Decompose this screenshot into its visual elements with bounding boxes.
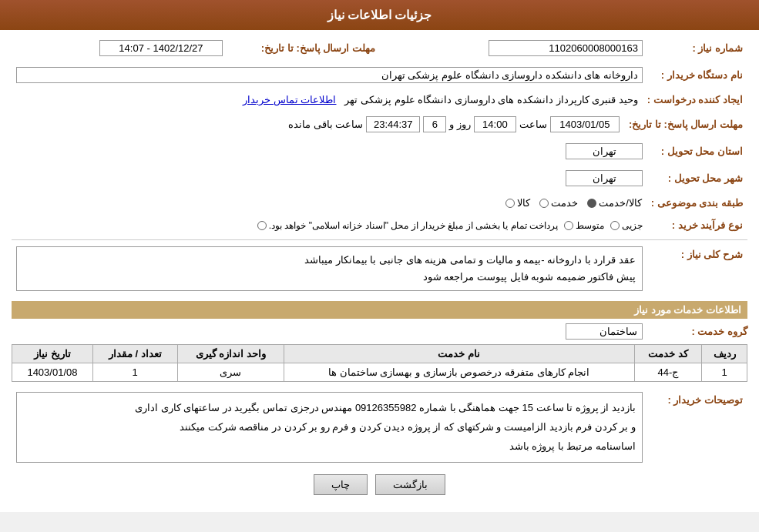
back-button[interactable]: بازگشت [375, 474, 445, 495]
esnad-radio[interactable] [257, 221, 267, 230]
category-row: طبقه بندی موضوعی : کالا/خدمت خدمت کالا [12, 195, 747, 211]
date-time-label: مهلت ارسال پاسخ: تا تاریخ: [261, 42, 375, 54]
answer-time: 14:00 [474, 116, 516, 132]
cell-name: انجام کارهای متفرقه درخصوص بازسازی و بهس… [284, 363, 634, 382]
separator-1 [12, 239, 747, 240]
jozi-radio[interactable] [610, 221, 620, 230]
cell-row-num: 1 [702, 363, 747, 382]
buyer-org-row: نام دستگاه خریدار : داروخانه های دانشکده… [12, 65, 747, 85]
time-label: ساعت [519, 119, 547, 130]
category-option-khedmat[interactable]: خدمت [539, 197, 578, 209]
purchase-type-jozi[interactable]: جزیی [610, 220, 643, 231]
category-option-kala-khedmat[interactable]: کالا/خدمت [587, 197, 642, 209]
send-date-row: مهلت ارسال پاسخ: تا تاریخ: 1403/01/05 سا… [12, 114, 747, 135]
description-line2: پیش فاکتور ضمیمه شوبه فایل پیوست مراجعه … [23, 269, 636, 286]
page-wrapper: جزئیات اطلاعات نیاز شماره نیاز : 1102060… [0, 0, 759, 512]
creator-contact-link[interactable]: اطلاعات تماس خریدار [243, 94, 336, 105]
kala-khedmat-label: کالا/خدمت [599, 197, 642, 209]
buyer-desc-line2: و بر کردن فرم بازدید الزامیست و شرکتهای … [23, 418, 636, 437]
col-row-num: ردیف [702, 345, 747, 363]
buyer-desc-box: بازدید از پروژه تا ساعت 15 جهت هماهنگی ب… [16, 392, 643, 463]
kala-khedmat-radio[interactable] [587, 199, 596, 208]
group-row: گروه خدمت : ساختمان [12, 323, 747, 340]
public-announce-date: 1402/12/27 - 14:07 [99, 40, 223, 56]
motavaset-label: متوسط [576, 220, 604, 231]
group-value: ساختمان [566, 323, 643, 340]
table-row: 1ج-44انجام کارهای متفرقه درخصوص بازسازی … [12, 363, 747, 382]
col-service-name: نام خدمت [284, 345, 634, 363]
col-date: تاریخ نیاز [12, 345, 93, 363]
remaining-time: 23:44:37 [366, 116, 420, 132]
buyer-desc-line3: اساسنامه مرتبط با پروژه باشد [23, 437, 636, 457]
description-line1: عقد قرارد با داروخانه -بیمه و مالیات و ت… [23, 252, 636, 269]
province-row: استان محل تحویل : تهران [12, 141, 747, 162]
category-option-kala[interactable]: کالا [505, 197, 530, 209]
send-date-label: مهلت ارسال پاسخ: تا تاریخ: [624, 114, 747, 135]
col-service-code: کد خدمت [634, 345, 702, 363]
buyer-desc-line1: بازدید از پروژه تا ساعت 15 جهت هماهنگی ب… [23, 399, 636, 418]
description-section: شرح کلی نیاز : عقد قرارد با داروخانه -بی… [12, 244, 747, 293]
esnad-label: پرداخت تمام یا بخشی از مبلغ خریدار از مح… [269, 220, 558, 231]
city-row: شهر محل تحویل : تهران [12, 168, 747, 189]
services-section-title: اطلاعات خدمات مورد نیاز [12, 301, 747, 319]
answer-date: 1403/01/05 [550, 116, 620, 132]
date-time-row: 1403/01/05 ساعت 14:00 روز و 6 23:44:37 س… [16, 116, 620, 132]
purchase-type-motavaset[interactable]: متوسط [564, 220, 604, 231]
page-header: جزئیات اطلاعات نیاز [0, 0, 759, 30]
motavaset-radio[interactable] [564, 221, 573, 230]
khedmat-radio[interactable] [539, 199, 549, 208]
day-value: 6 [423, 116, 446, 132]
creator-row: ایجاد کننده درخواست : وحید قنبری کارپردا… [12, 92, 747, 108]
kala-label: کالا [517, 197, 530, 209]
city-label: شهر محل تحویل : [647, 168, 747, 189]
button-row: بازگشت چاپ [12, 474, 747, 495]
buyer-desc-label: توصیحات خریدار : [647, 390, 747, 465]
province-value: تهران [566, 143, 643, 159]
description-box: عقد قرارد با داروخانه -بیمه و مالیات و ت… [16, 246, 643, 291]
header-title: جزئیات اطلاعات نیاز [327, 8, 432, 22]
purchase-type-esnad[interactable]: پرداخت تمام یا بخشی از مبلغ خریدار از مح… [257, 220, 558, 231]
need-number-value: 1102060008000163 [381, 38, 647, 59]
category-label: طبقه بندی موضوعی : [646, 195, 747, 211]
services-table: ردیف کد خدمت نام خدمت واحد اندازه گیری ت… [12, 344, 747, 382]
purchase-type-options: جزیی متوسط پرداخت تمام یا بخشی از مبلغ خ… [16, 220, 643, 231]
buyer-org-value: داروخانه های دانشکده داروسازی دانشگاه عل… [12, 65, 647, 85]
jozi-label: جزیی [622, 220, 643, 231]
purchase-type-label: نوع فرآیند خرید : [647, 217, 747, 233]
col-quantity: تعداد / مقدار [92, 345, 177, 363]
day-label: روز و [449, 119, 471, 130]
print-button[interactable]: چاپ [314, 474, 368, 495]
creator-value: وحید قنبری کارپرداز دانشکده های داروسازی… [12, 92, 643, 108]
remaining-label: ساعت باقی مانده [288, 119, 363, 130]
group-label: گروه خدمت : [647, 326, 747, 337]
city-value: تهران [566, 170, 643, 186]
buyer-org-box: داروخانه های دانشکده داروسازی دانشگاه عل… [16, 67, 643, 83]
creator-label: ایجاد کننده درخواست : [643, 92, 747, 108]
category-radio-group: کالا/خدمت خدمت کالا [16, 197, 642, 209]
buyer-org-label: نام دستگاه خریدار : [647, 65, 747, 85]
need-number-label: شماره نیاز : [647, 38, 747, 59]
need-number-row: شماره نیاز : 1102060008000163 مهلت ارسال… [12, 38, 747, 59]
kala-radio[interactable] [505, 199, 515, 208]
need-number-box: 1102060008000163 [489, 40, 643, 56]
col-unit: واحد اندازه گیری [177, 345, 284, 363]
creator-text: وحید قنبری کارپرداز دانشکده های داروسازی… [344, 94, 638, 105]
khedmat-label: خدمت [551, 197, 578, 209]
main-content: شماره نیاز : 1102060008000163 مهلت ارسال… [0, 30, 759, 512]
cell-code: ج-44 [634, 363, 702, 382]
purchase-type-row: نوع فرآیند خرید : جزیی متوسط پرداخت تمام… [12, 217, 747, 233]
cell-unit: سری [177, 363, 284, 382]
description-label: شرح کلی نیاز : [647, 244, 747, 293]
province-label: استان محل تحویل : [647, 141, 747, 162]
buyer-desc-section: توصیحات خریدار : بازدید از پروژه تا ساعت… [12, 390, 747, 465]
cell-date: 1403/01/08 [12, 363, 93, 382]
cell-quantity: 1 [92, 363, 177, 382]
